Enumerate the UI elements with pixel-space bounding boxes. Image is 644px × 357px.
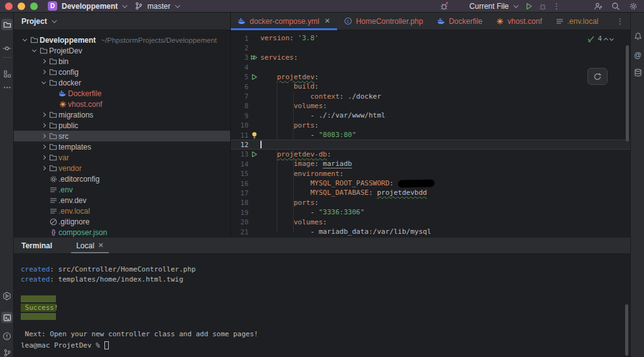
reload-compose-button[interactable]	[587, 68, 608, 85]
inspections-widget[interactable]: 4	[587, 35, 613, 43]
commit-icon[interactable]	[1, 43, 13, 54]
code-line-15[interactable]: 15 environment:	[231, 168, 630, 178]
editor-scrollbar[interactable]	[626, 45, 629, 141]
tab-vhost-conf[interactable]: vhost.conf	[489, 13, 549, 30]
structure-icon[interactable]	[1, 68, 13, 79]
chevron-right-icon[interactable]	[39, 113, 48, 116]
database-icon[interactable]	[633, 67, 643, 77]
code-line-21[interactable]: 21 - mariadb_data:/var/lib/mysql	[231, 227, 630, 236]
tree-item--env-local[interactable]: .env.local	[14, 206, 230, 216]
code-line-14[interactable]: 14 image: mariadb	[231, 159, 630, 168]
run-config-selector[interactable]: Current File	[465, 2, 517, 11]
tree-item-developpement[interactable]: Developpement~/PhpstormProjects/Developp…	[14, 35, 230, 45]
problems-icon[interactable]	[1, 331, 13, 342]
chevron-right-icon[interactable]	[39, 145, 48, 148]
bulb-icon[interactable]	[248, 131, 260, 139]
tree-item-vendor[interactable]: vendor	[14, 163, 230, 173]
tree-item-migrations[interactable]: migrations	[14, 109, 230, 120]
tree-item--gitignore[interactable]: .gitignore	[14, 216, 230, 227]
tree-item-docker[interactable]: docker	[14, 77, 230, 88]
project-panel-header[interactable]: Project	[14, 13, 230, 30]
bug-disabled-icon[interactable]: x	[437, 1, 451, 12]
code-line-13[interactable]: 13 projetdev-db:	[231, 150, 630, 159]
code-line-2[interactable]: 2	[231, 43, 630, 52]
code-line-16[interactable]: 16 MYSQL_ROOT_PASSWORD:	[231, 178, 630, 188]
git-icon[interactable]	[1, 347, 13, 357]
window-minimize-button[interactable]	[18, 3, 25, 10]
code-line-17[interactable]: 17 MYSQL_DATABASE: projetdevbdd	[231, 188, 630, 197]
tree-item-templates[interactable]: templates	[14, 141, 230, 152]
search-icon[interactable]	[609, 1, 623, 12]
tree-item-config[interactable]: config	[14, 67, 230, 77]
tab-homecontroller-php[interactable]: cHomeController.php	[337, 13, 430, 30]
code-line-20[interactable]: 20 volumes:	[231, 217, 630, 226]
project-icon[interactable]	[1, 19, 13, 30]
chevron-down-icon[interactable]	[30, 50, 38, 52]
tree-item-composer-json[interactable]: { }composer.json	[14, 227, 230, 238]
chevron-right-icon[interactable]	[39, 135, 48, 138]
chevron-down-icon[interactable]	[39, 82, 48, 84]
code-line-3[interactable]: 3services:	[231, 53, 630, 62]
chevron-right-icon[interactable]	[39, 156, 48, 159]
close-icon[interactable]: ✕	[325, 17, 330, 25]
tree-item-vhost-conf[interactable]: vhost.conf	[14, 99, 230, 109]
window-zoom-button[interactable]	[30, 3, 38, 10]
next-problem-icon[interactable]	[609, 36, 614, 40]
more-icon[interactable]: ⋮	[550, 1, 564, 12]
tree-item--editorconfig[interactable]: .editorconfig	[14, 173, 230, 184]
tree-item-public[interactable]: public	[14, 120, 230, 131]
tree-item--env[interactable]: .env	[14, 184, 230, 195]
run-all-icon[interactable]	[248, 54, 260, 61]
code-line-7[interactable]: 7 context: ./docker	[231, 91, 630, 101]
more-tool-windows-icon[interactable]: ⋯	[1, 82, 13, 93]
debug-button[interactable]	[536, 1, 550, 12]
tab-options-icon[interactable]: ⋮	[610, 13, 630, 30]
run-button[interactable]	[522, 1, 536, 12]
code-editor[interactable]: 1version: '3.8'23services:45 projetdev:6…	[231, 30, 630, 238]
chevron-right-icon[interactable]	[39, 70, 48, 74]
settings-gear-icon[interactable]	[626, 1, 640, 12]
project-widget[interactable]: Developpement	[57, 2, 126, 11]
code-with-me-icon[interactable]	[591, 1, 605, 12]
code-line-18[interactable]: 18 ports:	[231, 198, 630, 207]
code-line-6[interactable]: 6 build:	[231, 82, 630, 91]
code-line-12[interactable]: 12	[231, 140, 630, 149]
tab-docker-compose-yml[interactable]: docker-compose.yml✕	[231, 13, 337, 30]
terminal-icon[interactable]	[1, 312, 13, 323]
tree-item-label: ProjetDev	[49, 47, 82, 55]
terminal-output[interactable]: created: src/Controller/HomeController.p…	[14, 254, 630, 350]
code-line-10[interactable]: 10 ports:	[231, 121, 630, 130]
run-icon[interactable]	[248, 151, 260, 158]
branch-widget[interactable]: master	[135, 2, 179, 11]
chevron-right-icon[interactable]	[39, 60, 48, 63]
code-line-19[interactable]: 19 - "3336:3306"	[231, 207, 630, 217]
prev-problem-icon[interactable]	[604, 37, 608, 41]
terminal-tab-local[interactable]: Local ✕	[71, 238, 109, 253]
tab--env-local[interactable]: .env.local	[549, 13, 606, 30]
services-icon[interactable]	[1, 290, 13, 302]
chevron-right-icon[interactable]	[39, 124, 48, 127]
terminal-prompt[interactable]: lea@mac ProjetDev %	[21, 340, 630, 350]
chevron-down-icon[interactable]	[20, 39, 29, 41]
tree-item-dockerfile[interactable]: Dockerfile	[14, 88, 230, 99]
tree-item-projetdev[interactable]: ProjetDev	[14, 45, 230, 56]
code-line-11[interactable]: 11 - "8083:80"	[231, 130, 630, 140]
tab-dockerfile[interactable]: Dockerfile	[430, 13, 489, 30]
notifications-icon[interactable]	[633, 31, 643, 41]
ai-assistant-icon[interactable]: @	[633, 50, 643, 60]
code-line-1[interactable]: 1version: '3.8'	[231, 33, 630, 43]
code-line-5[interactable]: 5 projetdev:	[231, 72, 630, 82]
code-line-4[interactable]: 4	[231, 62, 630, 72]
tree-item--env-dev[interactable]: .env.dev	[14, 195, 230, 206]
chevron-right-icon[interactable]	[39, 167, 48, 170]
line-number: 10	[231, 121, 248, 129]
terminal-scrollbar[interactable]	[625, 304, 628, 356]
window-close-button[interactable]	[5, 3, 13, 10]
tree-item-bin[interactable]: bin	[14, 56, 230, 67]
close-icon[interactable]: ✕	[98, 241, 104, 250]
code-line-9[interactable]: 9 - ./:/var/www/html	[231, 111, 630, 120]
run-icon[interactable]	[248, 74, 260, 80]
code-line-8[interactable]: 8 volumes:	[231, 101, 630, 111]
tree-item-src[interactable]: src	[14, 131, 230, 141]
tree-item-var[interactable]: var	[14, 152, 230, 163]
